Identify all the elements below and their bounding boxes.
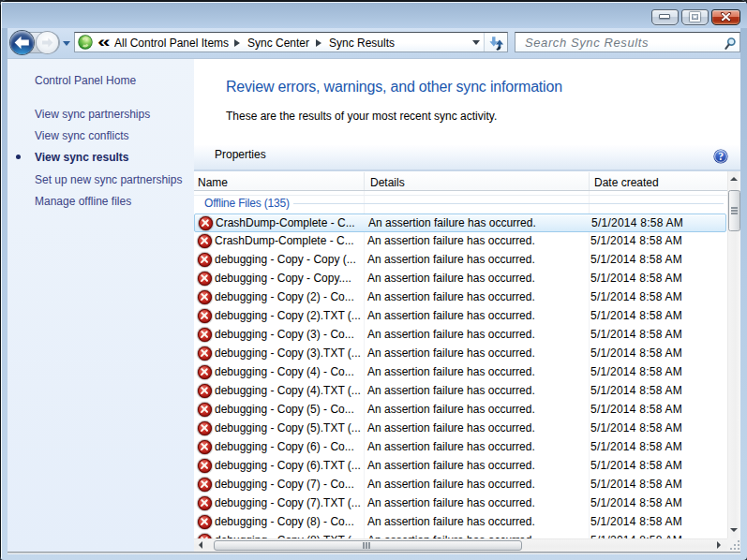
svg-text:?: ? xyxy=(718,151,724,162)
